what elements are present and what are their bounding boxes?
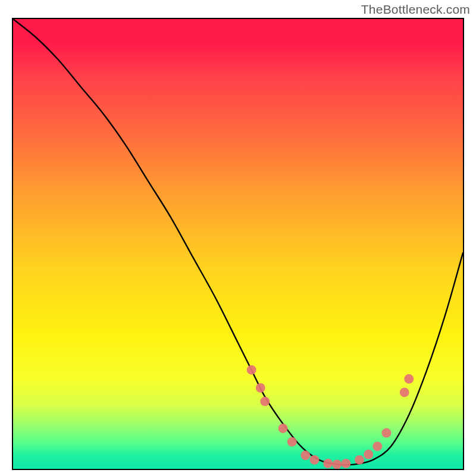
chart-svg [13,19,463,469]
scatter-point [300,450,310,460]
scatter-point [256,383,265,393]
watermark-text: TheBottleneck.com [361,2,470,17]
scatter-point [323,459,333,468]
scatter-point [260,397,270,406]
plot-area [12,18,464,470]
chart-container: TheBottleneck.com [0,0,476,476]
scatter-point [404,374,414,384]
scatter-point [341,459,350,468]
scatter-point [364,450,373,459]
scatter-point [355,455,364,465]
scatter-point [278,424,288,433]
scatter-point [287,437,297,447]
scatter-point [310,455,320,465]
scatter-group [247,365,414,469]
scatter-point [332,459,342,469]
scatter-point [382,428,392,438]
scatter-point [247,365,256,375]
curve-line [13,19,463,465]
scatter-point [372,441,382,451]
scatter-point [400,388,409,397]
